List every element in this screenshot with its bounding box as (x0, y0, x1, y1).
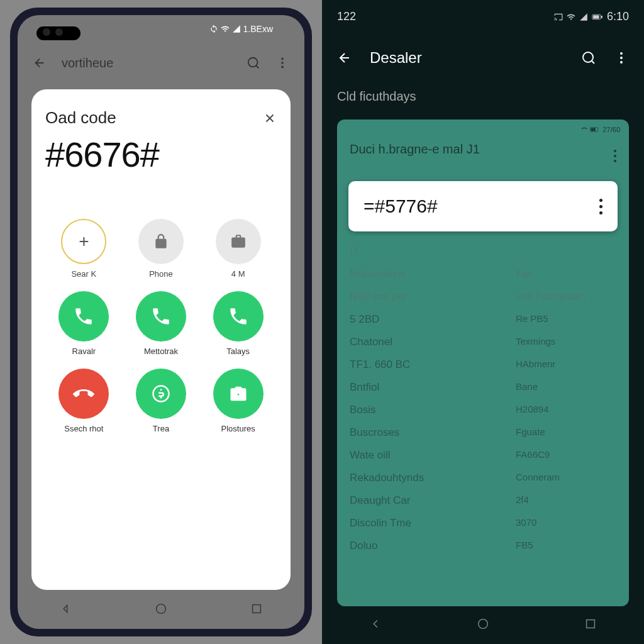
list-item[interactable]: ChatonelTexmings (350, 331, 616, 353)
more-vert-icon[interactable] (275, 56, 289, 70)
action-label: Mettotrak (144, 347, 178, 356)
list-item[interactable]: BuscrosesFguate (350, 421, 616, 444)
call-button[interactable] (213, 291, 264, 341)
signal-icon (232, 25, 241, 33)
close-icon[interactable] (263, 111, 277, 125)
list-item[interactable]: Discolin Tme3070 (350, 512, 616, 535)
svg-point-2 (281, 62, 284, 64)
phone-icon (150, 306, 172, 327)
list-value: FA66C9 (516, 449, 616, 462)
card-title: Oad code (45, 108, 116, 128)
right-screenshot: 122 6:10 Desaler Cld ficuthdays 27/60 Du… (322, 0, 644, 644)
popup-code: =#5776# (364, 196, 599, 217)
list-item[interactable]: Wate oillFA66C9 (350, 444, 616, 467)
section-subhead: Cld ficuthdays (337, 89, 416, 104)
system-nav-bar (18, 597, 304, 620)
camera-button[interactable] (213, 369, 264, 419)
dialer-card: Oad code #6676# + Sear K Pho (31, 89, 291, 590)
list-item[interactable]: N68 sos ploHab Evanqeaten (350, 286, 616, 308)
hangup-icon (73, 383, 94, 404)
list-item[interactable]: DoluoFB5 (350, 535, 616, 557)
list-item[interactable]: BntfiolBane (350, 376, 616, 399)
panel-title: Duci h.bragne-e mal J1 (350, 142, 616, 157)
camera-icon (229, 384, 248, 403)
svg-point-17 (479, 619, 488, 629)
more-vert-icon[interactable] (599, 199, 602, 214)
phone-lock-chip[interactable] (138, 219, 184, 264)
call-button[interactable] (136, 291, 186, 341)
list-key: Rekadouhtynds (350, 472, 516, 484)
header-title: vortiheue (62, 56, 247, 70)
svg-rect-9 (601, 16, 602, 18)
back-arrow-icon[interactable] (33, 56, 47, 70)
phone-frame: 1.BExw vortiheue Oad code #6676# (10, 8, 312, 636)
svg-point-14 (620, 61, 623, 64)
wifi-icon (221, 25, 230, 33)
data-list: DMulscrdechFasN68 sos ploHab Evanqeaten5… (350, 240, 616, 557)
list-key: 5 2BD (350, 313, 516, 326)
call-button[interactable] (58, 291, 109, 341)
phone-icon (228, 306, 249, 327)
list-item[interactable]: D (350, 240, 616, 263)
nav-recents-icon[interactable] (584, 617, 597, 631)
nav-recents-icon[interactable] (250, 602, 264, 616)
wifi-icon (581, 126, 587, 133)
wifi-icon (567, 13, 575, 21)
status-left: 122 (337, 10, 356, 23)
search-icon[interactable] (581, 50, 596, 65)
dialed-code: #6676# (45, 134, 277, 175)
nav-home-icon[interactable] (154, 602, 168, 616)
status-bar: 1.BExw (209, 24, 273, 34)
list-value: H20894 (516, 404, 616, 416)
battery-icon (590, 126, 600, 133)
list-value: Texmings (516, 336, 616, 348)
list-value: Conneram (516, 472, 616, 484)
action-label: Trea (153, 424, 169, 433)
svg-point-3 (281, 66, 284, 69)
search-icon[interactable] (247, 56, 260, 70)
list-item[interactable]: 5 2BDRe PB5 (350, 308, 616, 331)
status-bar: 122 6:10 (322, 10, 644, 23)
list-key: Chatonel (350, 336, 516, 348)
list-key: Buscroses (350, 426, 516, 439)
app-header: Desaler (322, 40, 644, 75)
more-vert-icon[interactable] (614, 50, 629, 65)
cast-icon (554, 13, 563, 21)
action-label: Talays (226, 347, 250, 356)
header-title: Desaler (370, 49, 581, 67)
add-chip[interactable]: + (61, 219, 106, 264)
list-key: Bntfiol (350, 381, 516, 394)
chip-label: Sear K (71, 269, 96, 279)
back-arrow-icon[interactable] (337, 50, 352, 65)
svg-point-11 (583, 52, 593, 62)
list-key: Doluo (350, 540, 516, 552)
list-key: Wate oill (350, 449, 516, 462)
nav-home-icon[interactable] (476, 617, 490, 631)
list-value: FB5 (516, 540, 616, 552)
app-header: vortiheue (18, 48, 304, 78)
list-item[interactable]: MulscrdechFas (350, 263, 616, 286)
action-row-1: Ravalr Mettotrak Talays (45, 291, 277, 356)
list-value: Re PB5 (516, 313, 616, 326)
svg-rect-10 (593, 15, 599, 18)
lock-icon (153, 233, 169, 250)
more-vert-icon[interactable] (614, 150, 616, 162)
list-item[interactable]: Deaught Car2f4 (350, 489, 616, 512)
list-item[interactable]: TF1. 660 BCHAbmenr (350, 353, 616, 376)
svg-rect-7 (253, 605, 261, 613)
nav-back-icon[interactable] (58, 602, 72, 616)
briefcase-chip[interactable] (216, 219, 261, 264)
list-value (516, 245, 616, 258)
nav-back-icon[interactable] (369, 617, 382, 631)
action-row-2: Ssech rhot Trea Plostures (45, 369, 277, 433)
list-value: Fguate (516, 426, 616, 439)
phone-screen: 1.BExw vortiheue Oad code #6676# (18, 15, 304, 629)
list-key: D (350, 245, 516, 258)
list-item[interactable]: RekadouhtyndsConneram (350, 467, 616, 489)
sync-icon (209, 25, 218, 33)
money-button[interactable] (136, 369, 186, 419)
hangup-button[interactable] (58, 369, 109, 419)
list-key: TF1. 660 BC (350, 358, 516, 371)
list-item[interactable]: BosisH20894 (350, 399, 616, 421)
list-value: Fas (516, 268, 616, 280)
